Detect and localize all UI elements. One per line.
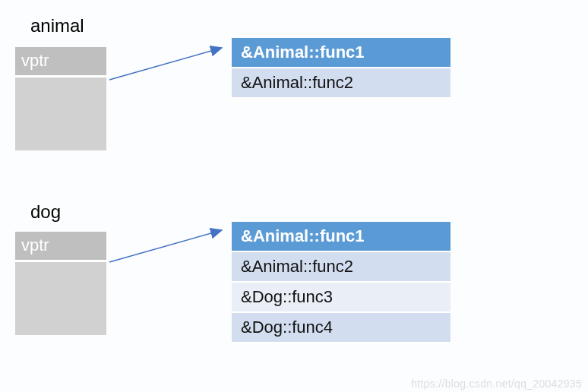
vtable-row: &Dog::func4 <box>232 313 450 343</box>
object-box-dog: vptr <box>15 232 106 335</box>
object-label-animal: animal <box>30 15 84 36</box>
arrow-dog-to-vtable <box>106 224 236 270</box>
svg-line-0 <box>109 48 222 80</box>
vtable-row: &Dog::func3 <box>232 283 450 313</box>
vtable-dog: &Animal::func1 &Animal::func2 &Dog::func… <box>232 222 450 343</box>
arrow-animal-to-vtable <box>106 42 236 87</box>
object-members-animal <box>15 77 106 150</box>
vtable-row: &Animal::func1 <box>232 222 450 252</box>
object-box-animal: vptr <box>15 47 106 150</box>
vtable-row: &Animal::func2 <box>232 68 450 99</box>
object-label-dog: dog <box>30 201 61 223</box>
vptr-cell-animal: vptr <box>15 47 106 77</box>
vtable-row: &Animal::func2 <box>232 252 450 283</box>
svg-line-1 <box>109 230 222 262</box>
vptr-cell-dog: vptr <box>15 232 106 262</box>
object-members-dog <box>15 262 106 335</box>
vtable-row: &Animal::func1 <box>232 38 450 68</box>
watermark-text: https://blog.csdn.net/qq_20042935 <box>411 378 582 390</box>
vtable-animal: &Animal::func1 &Animal::func2 <box>232 38 450 99</box>
